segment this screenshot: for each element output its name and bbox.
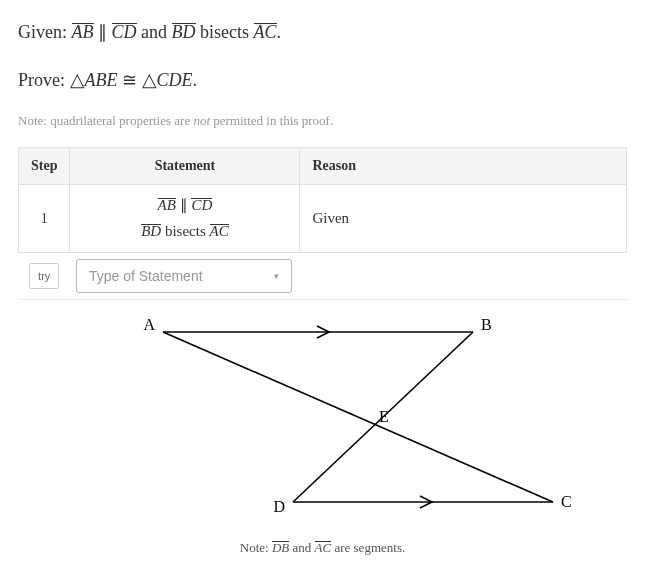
step-number: 1 — [19, 185, 70, 253]
reason-cell: Given — [300, 185, 627, 253]
prove-text: Prove: △ABE ≅ △CDE. — [18, 65, 627, 95]
statement-cell: AB ∥ CD BD bisects AC — [70, 185, 300, 253]
diagram-note: Note: DB and AC are segments. — [18, 540, 627, 556]
given-text: Given: AB ∥ CD and BD bisects AC. — [18, 18, 627, 47]
chevron-down-icon: ▾ — [274, 271, 279, 281]
table-row: 1 AB ∥ CD BD bisects AC Given — [19, 185, 627, 253]
proof-table: Step Statement Reason 1 AB ∥ CD BD bisec… — [18, 147, 627, 300]
point-A: A — [143, 316, 155, 333]
point-D: D — [273, 498, 285, 515]
point-C: C — [561, 493, 572, 510]
header-step: Step — [19, 148, 70, 185]
svg-line-2 — [163, 332, 553, 502]
header-statement: Statement — [70, 148, 300, 185]
restriction-note: Note: quadrilateral properties are not p… — [18, 113, 627, 129]
point-B: B — [481, 316, 492, 333]
type-of-statement-select[interactable]: Type of Statement ▾ — [76, 259, 292, 293]
try-button[interactable]: try — [29, 263, 59, 289]
input-row: try Type of Statement ▾ — [19, 253, 627, 300]
point-E: E — [379, 408, 389, 425]
header-reason: Reason — [300, 148, 627, 185]
type-placeholder: Type of Statement — [89, 268, 203, 284]
geometry-diagram: A B C D E — [73, 312, 573, 532]
